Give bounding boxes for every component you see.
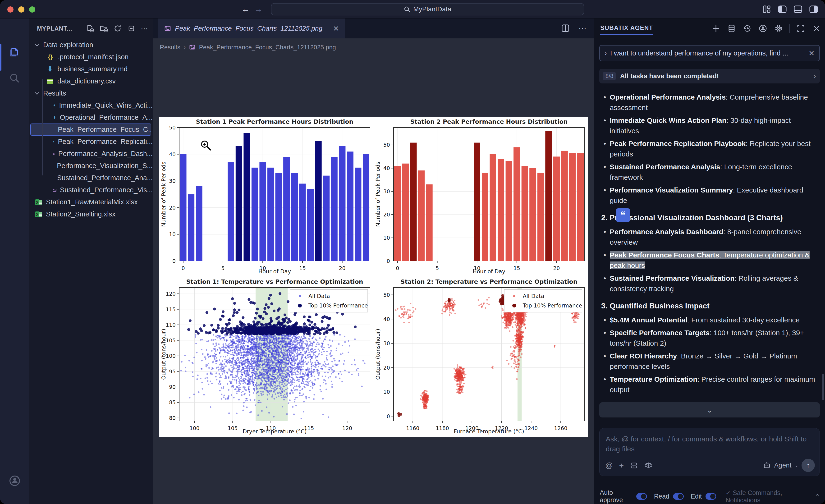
attach-plus-icon[interactable]: +: [619, 461, 624, 470]
quote-badge-icon[interactable]: “: [616, 208, 630, 222]
mode-selector-label[interactable]: Agent: [774, 461, 791, 469]
toggle-right-panel-icon[interactable]: [808, 4, 819, 14]
scales-icon[interactable]: [644, 461, 653, 470]
layout-grid-icon[interactable]: [761, 4, 772, 14]
back-icon[interactable]: ←: [241, 4, 250, 14]
workspace-title[interactable]: MYPLANT...: [37, 25, 72, 32]
active-view-indicator: [0, 44, 1, 71]
excel-file-icon: X: [34, 210, 43, 218]
agent-header: SUBATIX AGENT: [594, 18, 825, 39]
agent-account-icon[interactable]: [758, 24, 768, 33]
tasks-summary-bar[interactable]: 8/8 All tasks have been completed! ›: [599, 69, 820, 83]
forward-icon[interactable]: →: [254, 4, 263, 14]
chat-composer[interactable]: Ask, @ for context, / for commands & wor…: [599, 428, 820, 476]
tree-section-data-exploration[interactable]: Data exploration: [29, 39, 153, 51]
refresh-icon[interactable]: [113, 24, 122, 33]
breadcrumb[interactable]: Results › Peak_Performance_Focus_Charts_…: [160, 41, 336, 53]
svg-text:1180: 1180: [436, 425, 449, 431]
tree-item-business-summary-md[interactable]: business_summary.md: [29, 63, 153, 75]
new-file-icon[interactable]: [86, 24, 94, 33]
explorer-sidebar: MYPLANT... ⋯ Dat: [29, 18, 153, 504]
toggle-auto-approve[interactable]: [636, 493, 647, 500]
svg-text:Hour of Day: Hour of Day: [473, 268, 506, 275]
send-button[interactable]: ↑: [802, 459, 815, 472]
tree-section-results[interactable]: Results: [29, 87, 153, 99]
tab-close-icon[interactable]: ✕: [333, 24, 339, 33]
image-file-icon: [189, 44, 196, 51]
collapse-all-icon[interactable]: [127, 24, 136, 33]
workspace-search[interactable]: MyPlantData: [271, 3, 584, 15]
explorer-files-icon[interactable]: [8, 45, 21, 57]
tree-item-label: Station1_RawMaterialMix.xlsx: [46, 198, 138, 206]
at-mention-icon[interactable]: @: [605, 461, 613, 470]
tasks-count-badge: 8/8: [603, 72, 616, 80]
agent-settings-icon[interactable]: [774, 24, 783, 33]
tree-item-data-dictionary-csv[interactable]: data_dictionary.csv: [29, 75, 153, 87]
footer-collapse-icon[interactable]: ⌃: [815, 493, 820, 500]
maximize-traffic-light[interactable]: [29, 6, 35, 13]
tree-item-station2-smelting-xlsx[interactable]: XStation2_Smelting.xlsx: [29, 208, 153, 220]
editor-more-icon[interactable]: ⋯: [579, 23, 587, 33]
close-panel-icon[interactable]: [812, 24, 821, 33]
svg-text:15: 15: [514, 265, 520, 271]
task-bullet: $5.4M Annual Potential: From sustained 3…: [601, 315, 819, 325]
more-actions-icon[interactable]: ⋯: [141, 24, 148, 33]
tree-item-immediate-quick-wins-acti[interactable]: Immediate_Quick_Wins_Acti...: [29, 99, 153, 112]
agent-scrollbar-thumb[interactable]: [822, 374, 824, 400]
settings-gear-icon[interactable]: [8, 502, 21, 504]
task-bullet: Peak Performance Focus Charts: Temperatu…: [601, 250, 819, 271]
breadcrumb-root[interactable]: Results: [160, 44, 180, 51]
station1-temperature-scatter-chart: All DataTop 10% Performance8085909510010…: [159, 277, 373, 437]
svg-text:Top 10% Performance: Top 10% Performance: [308, 302, 368, 309]
history-icon[interactable]: [743, 24, 752, 33]
chat-list-icon[interactable]: [727, 24, 736, 33]
new-chat-icon[interactable]: [711, 24, 721, 33]
search-icon: [404, 6, 410, 13]
tree-item-sustained-performance-vis[interactable]: Sustained_Performance_Vis...: [29, 184, 153, 196]
split-editor-icon[interactable]: [560, 23, 571, 33]
search-sidebar-icon[interactable]: [8, 72, 20, 84]
layout-cards-icon[interactable]: [630, 461, 638, 470]
agent-panel-title[interactable]: SUBATIX AGENT: [600, 24, 653, 35]
svg-text:1240: 1240: [524, 425, 538, 431]
account-icon[interactable]: [8, 475, 21, 487]
json-file-icon: {}: [46, 53, 55, 61]
svg-text:0: 0: [172, 258, 176, 264]
toggle-bottom-panel-icon[interactable]: [793, 4, 803, 14]
expand-panel-icon[interactable]: [796, 24, 806, 33]
close-traffic-light[interactable]: [7, 6, 13, 13]
tasks-status-text: All tasks have been completed!: [620, 72, 719, 80]
tree-item-performance-visualization-s[interactable]: Performance_Visualization_S...: [29, 160, 153, 172]
scroll-to-bottom-button[interactable]: ⌄: [599, 402, 820, 418]
query-close-icon[interactable]: ✕: [809, 49, 815, 57]
svg-text:Hour of Day: Hour of Day: [258, 268, 291, 275]
tab-peak-performance-focus-charts[interactable]: Peak_Performance_Focus_Charts_12112025.p…: [158, 18, 345, 39]
tree-item-operational-performance-a[interactable]: Operational_Performance_A...: [29, 112, 153, 124]
task-bullet: Sustained Performance Analysis: Long-ter…: [601, 162, 819, 183]
markdown-file-icon: [53, 114, 57, 122]
svg-text:20: 20: [553, 265, 560, 271]
new-folder-icon[interactable]: [99, 24, 108, 33]
svg-text:120: 120: [342, 425, 352, 431]
tree-item-station1-rawmaterialmix-xlsx[interactable]: XStation1_RawMaterialMix.xlsx: [29, 196, 153, 208]
minimize-traffic-light[interactable]: [18, 6, 24, 13]
image-preview-canvas[interactable]: 0102030405005101520Station 1 Peak Perfor…: [159, 117, 588, 437]
svg-text:40: 40: [383, 165, 390, 171]
svg-text:Furnace Temperature (°C): Furnace Temperature (°C): [454, 428, 524, 435]
svg-text:120: 120: [166, 291, 176, 297]
tree-item-sustained-performance-ana[interactable]: Sustained_Performance_Ana...: [29, 172, 153, 184]
toggle-read[interactable]: [673, 493, 683, 500]
tree-item-peak-performance-replicati[interactable]: Peak_Performance_Replicati...: [29, 136, 153, 148]
tasks-expand-icon[interactable]: ›: [814, 72, 816, 80]
file-tree: Data exploration{}.protocol_manifest.jso…: [29, 39, 153, 220]
user-query-pill[interactable]: › I want to understand performance of my…: [599, 45, 820, 61]
tree-item-label: data_dictionary.csv: [57, 77, 116, 85]
toggle-left-panel-icon[interactable]: [777, 4, 788, 14]
tree-item-peak-performance-focus-c[interactable]: Peak_Performance_Focus_C...: [30, 124, 151, 136]
agent-response-body: Operational Performance Analysis: Compre…: [601, 90, 819, 402]
mode-chevron-icon[interactable]: ⌄: [795, 462, 799, 469]
tree-item-protocol-manifest-json[interactable]: {}.protocol_manifest.json: [29, 51, 153, 63]
toggle-edit[interactable]: [705, 493, 716, 500]
svg-text:X: X: [36, 213, 39, 217]
tree-item-performance-analysis-dash[interactable]: Performance_Analysis_Dash...: [29, 148, 153, 160]
